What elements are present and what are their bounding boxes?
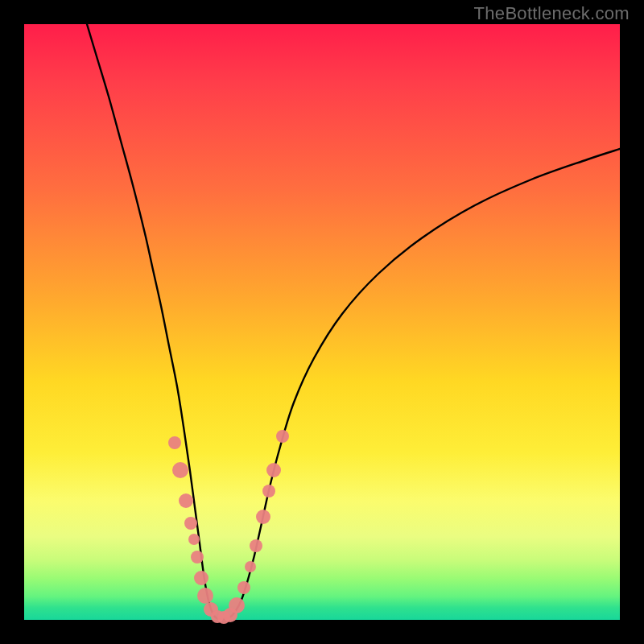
data-marker: [229, 597, 245, 613]
data-marker: [250, 539, 262, 552]
bottleneck-curve: [24, 24, 620, 620]
data-marker: [191, 551, 204, 564]
data-marker: [237, 581, 250, 594]
data-marker: [197, 588, 213, 604]
watermark-text: TheBottleneck.com: [474, 3, 630, 24]
data-marker: [188, 534, 200, 545]
data-marker: [194, 571, 208, 585]
data-marker: [276, 430, 289, 443]
data-marker: [172, 462, 188, 478]
data-marker: [179, 493, 193, 508]
chart-stage: TheBottleneck.com: [0, 0, 644, 644]
plot-area: [24, 24, 620, 620]
data-marker: [256, 510, 270, 524]
data-marker: [168, 436, 181, 449]
data-marker: [262, 485, 275, 497]
data-marker: [245, 561, 256, 572]
data-marker: [266, 463, 281, 477]
curve-right-branch: [220, 149, 620, 620]
data-marker: [184, 517, 197, 530]
curve-left-branch: [87, 24, 220, 620]
